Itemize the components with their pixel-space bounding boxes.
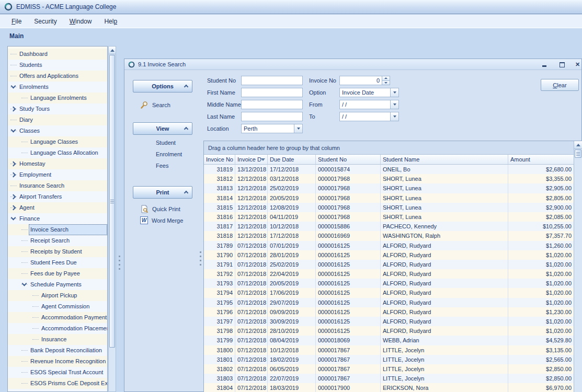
table-row[interactable]: 3179307/12/201820/05/20190000016125ALFOR… (204, 279, 574, 288)
sidebar-item-airport-pickup[interactable]: Airport Pickup (8, 290, 107, 301)
sidebar-item-finance[interactable]: Finance (8, 213, 107, 224)
column-header-invoice-d[interactable]: Invoice D (235, 155, 268, 164)
grid-scrollbar[interactable] (574, 141, 582, 392)
sidebar-item-accommodation-placement[interactable]: Accommodation Placement (8, 323, 107, 334)
sidebar-item-revenue-income-recognition[interactable]: Revenue Income Recognition (8, 356, 107, 367)
collapse-arrow-icon[interactable] (21, 282, 26, 287)
table-row[interactable]: 3180107/12/201818/02/20190000017867LITTL… (204, 355, 574, 364)
spin-down-icon[interactable] (382, 80, 390, 85)
sidebar-item-insurance[interactable]: Insurance (8, 334, 107, 345)
last-name-input[interactable] (241, 112, 303, 121)
dropdown-arrow-icon[interactable] (390, 88, 398, 97)
invoice-window-titlebar[interactable]: 9.1 Invoice Search ✕ (124, 59, 581, 70)
column-header-student-no[interactable]: Student No (316, 155, 381, 164)
collapse-arrow-icon[interactable] (10, 85, 15, 89)
from-date-picker[interactable]: / / (339, 100, 399, 109)
sidebar-item-receipt-search[interactable]: Receipt Search (8, 235, 107, 246)
close-button[interactable]: ✕ (574, 61, 581, 68)
spin-up-icon[interactable] (382, 76, 390, 80)
quick-print-button[interactable]: Quick Print (140, 205, 180, 213)
expand-arrow-icon[interactable] (10, 162, 15, 166)
grid-scroll-up-button[interactable] (574, 141, 582, 149)
sidebar-item-receipts-by-student[interactable]: Receipts by Student (8, 246, 107, 257)
table-row[interactable]: 3179007/12/201828/01/20190000016125ALFOR… (204, 250, 574, 260)
student-no-input[interactable] (241, 76, 303, 85)
sidebar-item-language-classes[interactable]: Language Classes (8, 136, 107, 147)
table-row[interactable]: 3181412/12/201820/05/20190000017968SHORT… (204, 193, 574, 203)
option-combo[interactable]: Invoice Date (339, 88, 399, 97)
dropdown-arrow-icon[interactable] (390, 112, 398, 121)
table-row[interactable]: 3181913/12/201817/12/20180000015874ONEIL… (204, 165, 574, 174)
menu-file[interactable]: File (5, 16, 28, 27)
expand-arrow-icon[interactable] (10, 205, 15, 210)
sidebar-item-offers-and-applications[interactable]: Offers and Applications (8, 71, 107, 82)
menu-security[interactable]: Security (28, 16, 63, 27)
dropdown-arrow-icon[interactable] (390, 100, 398, 109)
sidebar-scrollbar[interactable] (108, 46, 116, 392)
collapse-arrow-icon[interactable] (10, 129, 15, 133)
sidebar-item-esos-prisms-coe-deposit-export[interactable]: ESOS Prisms CoE Deposit Export (8, 378, 107, 389)
options-group-button[interactable]: Options (133, 80, 192, 93)
group-by-panel[interactable]: Drag a column header here to group by th… (204, 141, 574, 155)
view-student-link[interactable]: Student (156, 140, 176, 146)
table-row[interactable]: 3179407/12/201817/06/20190000016125ALFOR… (204, 288, 574, 297)
table-row[interactable]: 3181312/12/201825/02/20190000017968SHORT… (204, 183, 574, 193)
sidebar-scroll-thumb[interactable] (109, 55, 115, 348)
table-row[interactable]: 3180207/12/201806/05/20190000017867LITTL… (204, 364, 574, 374)
table-row[interactable]: 3180307/12/201822/07/20190000017867LITTL… (204, 374, 574, 383)
table-row[interactable]: 3180407/12/201818/03/20190000017900ERICK… (204, 383, 574, 392)
sidebar-item-invoice-search[interactable]: Invoice Search (8, 224, 107, 235)
sidebar-item-language-class-allocation[interactable]: Language Class Allocation (8, 147, 107, 158)
expand-arrow-icon[interactable] (10, 107, 15, 111)
search-button[interactable]: Search (140, 101, 170, 109)
sidebar-splitter-handle[interactable] (119, 256, 120, 271)
table-row[interactable]: 3179607/12/201809/09/20190000016125ALFOR… (204, 307, 574, 317)
minimize-button[interactable] (540, 61, 548, 68)
sidebar-item-language-enrolments[interactable]: Language Enrolments (8, 93, 107, 103)
table-row[interactable]: 3179107/12/201825/02/20190000016125ALFOR… (204, 260, 574, 269)
sidebar-item-airport-transfers[interactable]: Airport Transfers (8, 191, 107, 202)
view-fees-link[interactable]: Fees (156, 163, 168, 169)
view-enrolment-link[interactable]: Enrolment (156, 151, 182, 157)
restore-button[interactable] (558, 61, 566, 68)
menu-window[interactable]: Window (63, 16, 98, 27)
table-row[interactable]: 3181512/12/201812/08/20190000017968SHORT… (204, 203, 574, 212)
sidebar-item-agent-commission[interactable]: Agent Commission (8, 301, 107, 312)
expand-arrow-icon[interactable] (10, 194, 15, 199)
column-header-amount[interactable]: Amount (508, 155, 574, 164)
sidebar-scroll-up-button[interactable] (109, 47, 116, 54)
sidebar-item-homestay[interactable]: Homestay (8, 158, 107, 169)
invoice-no-spinner[interactable]: 0 (339, 76, 390, 85)
sidebar-item-students[interactable]: Students (8, 60, 107, 71)
column-header-due-date[interactable]: Due Date (268, 155, 316, 164)
menu-help[interactable]: Help (98, 16, 123, 27)
table-row[interactable]: 3179707/12/201830/09/20190000016125ALFOR… (204, 317, 574, 326)
table-row[interactable]: 3179207/12/201822/04/20190000016125ALFOR… (204, 269, 574, 279)
sidebar-item-classes[interactable]: Classes (8, 125, 107, 136)
table-row[interactable]: 3181212/12/201803/12/20180000017968SHORT… (204, 174, 574, 183)
table-row[interactable]: 3178907/12/201807/01/20190000016125ALFOR… (204, 241, 574, 250)
panel-splitter-handle[interactable] (200, 251, 201, 267)
clear-button[interactable]: Clear (541, 79, 579, 91)
table-row[interactable]: 3179907/12/201808/04/20190000018069WEBB,… (204, 336, 574, 345)
sidebar-item-insurance-search[interactable]: Insurance Search (8, 180, 107, 191)
sidebar-item-schedule-payments[interactable]: Schedule Payments (8, 279, 107, 290)
sidebar-item-study-tours[interactable]: Study Tours (8, 103, 107, 114)
column-header-student-name[interactable]: Student Name (381, 155, 508, 164)
table-row[interactable]: 3179807/12/201828/10/20190000016125ALFOR… (204, 326, 574, 336)
sidebar-item-employment[interactable]: Employment (8, 169, 107, 180)
sidebar-item-myob-export[interactable]: MYOB Export (8, 389, 107, 392)
column-header-invoice-no[interactable]: Invoice No (204, 155, 235, 164)
table-row[interactable]: 3181612/12/201804/11/20190000017968SHORT… (204, 212, 574, 222)
sidebar-item-fees-due-by-payee[interactable]: Fees due by Payee (8, 268, 107, 279)
print-group-button[interactable]: Print (133, 186, 192, 199)
middle-name-input[interactable] (241, 100, 303, 109)
sidebar-item-diary[interactable]: Diary (8, 114, 107, 125)
grid-scroll-thumb[interactable] (575, 149, 581, 158)
to-date-picker[interactable]: / / (339, 112, 399, 121)
view-group-button[interactable]: View (133, 122, 192, 135)
sidebar-item-student-fees-due[interactable]: Student Fees Due (8, 257, 107, 268)
first-name-input[interactable] (241, 88, 303, 97)
table-row[interactable]: 3181712/12/201810/12/20180000015886PACHE… (204, 222, 574, 231)
table-row[interactable]: 3179507/12/201829/07/20190000016125ALFOR… (204, 298, 574, 307)
